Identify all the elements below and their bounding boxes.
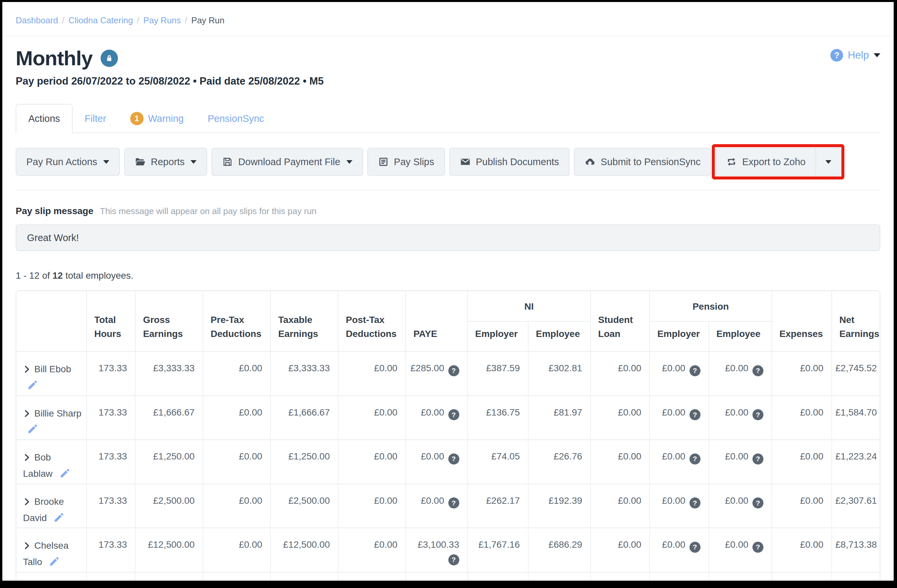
cell-value: £0.00 <box>239 407 262 417</box>
employee-row: Bob Lablaw 173.33£1,250.00£0.00£1,250.00… <box>16 439 880 483</box>
cell-value: £262.17 <box>486 495 520 506</box>
cell-value: £1,584.70 <box>836 407 877 417</box>
cell-value: £0.00 <box>374 363 397 373</box>
cell-value: £0.00 <box>618 363 641 373</box>
expand-row-icon[interactable] <box>23 540 31 555</box>
cell-value: 173.33 <box>99 451 127 461</box>
value-cell: £0.00 <box>202 395 270 440</box>
tab-filter[interactable]: Filter <box>73 104 118 133</box>
payslip-message-label: Pay slip message <box>16 206 93 216</box>
expand-row-icon[interactable] <box>23 363 31 378</box>
help-badge-icon[interactable]: ? <box>689 498 701 509</box>
tab-warning[interactable]: 1Warning <box>118 104 196 133</box>
help-menu[interactable]: ? Help <box>830 49 880 62</box>
help-badge-icon[interactable]: ? <box>448 454 459 464</box>
value-cell: £0.00? <box>649 395 708 440</box>
help-badge-icon[interactable]: ? <box>448 554 459 565</box>
breadcrumb-link[interactable]: Dashboard <box>16 15 58 25</box>
help-badge-icon[interactable]: ? <box>448 498 459 509</box>
submit-to-pensionsync-button[interactable]: Submit to PensionSync <box>574 148 711 176</box>
employee-name-cell: Bob Lablaw <box>16 439 86 483</box>
cell-value: £0.00 <box>725 539 749 550</box>
employee-count-summary: 1 - 12 of 12 total employees. <box>16 270 880 281</box>
help-badge-icon[interactable]: ? <box>689 365 701 376</box>
employee-row: Bill Ebob 173.33£3,333.33£0.00£3,333.33£… <box>16 351 880 395</box>
payslip-message-input[interactable] <box>16 225 880 251</box>
help-badge-icon[interactable]: ? <box>752 542 764 553</box>
col-header-paye: PAYE <box>406 291 467 351</box>
edit-employee-icon[interactable] <box>49 556 60 572</box>
employee-row: Creed Bratton 173.33£2,833.33£0.00£2,833… <box>16 572 880 581</box>
window-frame: Dashboard/Cliodna Catering/Pay Runs/Pay … <box>0 0 897 588</box>
value-cell: £2,307.61 <box>831 483 880 528</box>
export-to-zoho-button[interactable]: Export to Zoho <box>715 148 815 176</box>
help-badge-icon[interactable]: ? <box>689 542 701 553</box>
edit-employee-icon[interactable] <box>27 379 38 395</box>
help-badge-icon[interactable]: ? <box>689 454 701 464</box>
payslip-list-icon <box>378 156 389 167</box>
value-cell: 173.33 <box>86 527 135 572</box>
help-badge-icon[interactable]: ? <box>752 409 764 420</box>
button-label: Publish Documents <box>476 156 559 168</box>
help-badge-icon[interactable]: ? <box>448 365 459 376</box>
expand-row-icon[interactable] <box>23 496 31 511</box>
export-to-zoho-button-dropdown[interactable] <box>815 148 841 176</box>
cell-value: £3,333.33 <box>288 363 330 373</box>
cell-value: 173.33 <box>99 539 127 550</box>
help-badge-icon[interactable]: ? <box>448 409 459 420</box>
help-badge-icon[interactable]: ? <box>752 498 764 509</box>
value-cell: £0.00 <box>338 439 406 483</box>
help-badge-icon[interactable]: ? <box>752 454 764 464</box>
employee-name-cell: Chelsea Tallo <box>16 527 86 572</box>
cell-value: £1,223.24 <box>836 451 877 461</box>
value-cell: £0.00 <box>590 572 649 581</box>
cell-value: £1,666.67 <box>153 407 195 417</box>
employee-name-cell: Billie Sharp <box>16 395 86 440</box>
col-header-post-tax-deductions: Post-Tax Deductions <box>338 291 406 351</box>
breadcrumb-link[interactable]: Cliodna Catering <box>68 15 133 25</box>
publish-documents-button[interactable]: Publish Documents <box>449 148 570 176</box>
cell-value: £1,250.00 <box>153 451 195 461</box>
breadcrumb: Dashboard/Cliodna Catering/Pay Runs/Pay … <box>2 2 894 36</box>
pay-run-actions-button[interactable]: Pay Run Actions <box>16 148 120 176</box>
value-cell: £0.00? <box>709 527 771 572</box>
help-badge-icon[interactable]: ? <box>689 409 701 420</box>
cell-value: £0.00 <box>800 407 824 417</box>
col-header-pension-employer: Employer <box>649 322 708 351</box>
cell-value: £0.00 <box>374 539 397 550</box>
edit-employee-icon[interactable] <box>27 423 38 439</box>
tab-actions[interactable]: Actions <box>16 104 73 133</box>
col-group-pension: Pension <box>649 291 771 322</box>
breadcrumb-separator: / <box>185 15 187 25</box>
value-cell: £0.00? <box>406 483 467 528</box>
value-cell: £0.00? <box>709 439 771 483</box>
expand-row-icon[interactable] <box>23 452 31 466</box>
cell-value: £302.81 <box>549 363 582 373</box>
breadcrumb-separator: / <box>137 15 139 25</box>
expand-row-icon[interactable] <box>23 408 31 423</box>
breadcrumb-link[interactable]: Pay Runs <box>143 15 181 25</box>
tab-pensionsync[interactable]: PensionSync <box>196 104 276 133</box>
page-title: Monthly <box>16 46 324 70</box>
edit-employee-icon[interactable] <box>59 467 70 483</box>
value-cell: 173.33 <box>86 483 135 528</box>
value-cell: £0.00? <box>709 483 771 528</box>
edit-employee-icon[interactable] <box>53 512 64 528</box>
page-title-text: Monthly <box>16 46 93 70</box>
button-label: Download Payment File <box>238 156 340 168</box>
download-payment-file-button[interactable]: Download Payment File <box>211 148 363 176</box>
reports-button[interactable]: Reports <box>124 148 208 176</box>
value-cell: £192.39 <box>528 483 590 528</box>
employees-table-container: Total Hours Gross Earnings Pre-Tax Deduc… <box>16 290 880 581</box>
button-label: Submit to PensionSync <box>600 156 701 168</box>
pay-slips-button[interactable]: Pay Slips <box>367 148 445 176</box>
tab-label: Actions <box>28 113 60 124</box>
toolbar-divider <box>16 190 880 191</box>
col-header-empty <box>16 291 86 351</box>
cell-value: £136.75 <box>486 407 520 417</box>
cell-value: £387.59 <box>486 363 520 373</box>
cell-value: £686.29 <box>549 539 582 550</box>
breadcrumb-separator: / <box>62 15 64 25</box>
help-badge-icon[interactable]: ? <box>752 365 764 376</box>
value-cell: £0.00? <box>649 572 708 581</box>
